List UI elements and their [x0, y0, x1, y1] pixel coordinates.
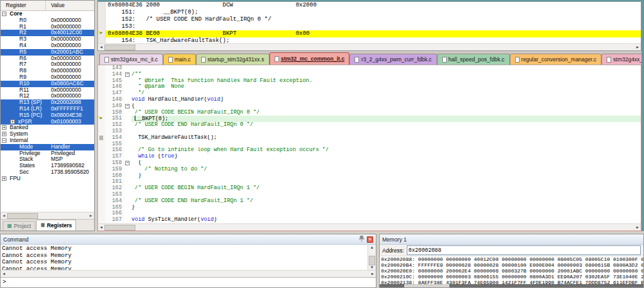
disassembly-line[interactable]: 154: TSK_HardwareFaultTask();	[98, 37, 641, 43]
register-row[interactable]: Sec1738.95905820	[1, 169, 94, 176]
scrollbar-thumb[interactable]	[7, 213, 38, 219]
command-vscrollbar[interactable]: ▲ ▼	[367, 245, 376, 270]
code-line[interactable]: ➤➤151 __BKPT(0);	[98, 116, 641, 122]
register-row[interactable]: R50x20001ABC	[1, 49, 94, 56]
scrollbar-thumb[interactable]	[369, 256, 375, 265]
scroll-right-arrow-icon[interactable]: ►	[89, 214, 93, 218]
memory-row[interactable]: 0x200020E0: 00000000 200002E4 00000006 0…	[381, 268, 643, 274]
code-line[interactable]: 162 /* USER CODE BEGIN HardFault_IRQn 1 …	[98, 185, 641, 192]
register-row[interactable]: R15 (PC)0x08004E38	[1, 112, 94, 119]
register-row[interactable]: +System	[1, 131, 94, 138]
scroll-right-arrow-icon[interactable]: ►	[636, 45, 639, 49]
disassembly-line[interactable]: 151: __BKPT(0);	[98, 9, 641, 16]
scrollbar-thumb[interactable]	[104, 225, 135, 231]
code-line[interactable]: 161	[98, 179, 641, 185]
memory-row[interactable]: 0x200020B4: FFFFFFE9 00000028 00000028 0…	[381, 262, 643, 268]
scroll-right-arrow-icon[interactable]: ►	[371, 272, 375, 276]
fold-collapse-icon[interactable]: −	[124, 72, 132, 78]
disassembly-line[interactable]: 152: /* USER CODE END HardFault_IRQn 0 *…	[98, 16, 641, 23]
register-row[interactable]: +Banked	[1, 125, 94, 131]
register-row[interactable]: −Internal	[1, 138, 94, 144]
code-line[interactable]: 147 */	[98, 90, 641, 97]
editor-tab[interactable]: stm32_mc_common_it.c	[269, 52, 350, 65]
code-line[interactable]: 154 TSK_HardwareFaultTask();	[98, 135, 641, 141]
registers-hscrollbar[interactable]: ◄ ►	[1, 212, 94, 219]
disassembly-hscrollbar[interactable]: ◄ ►	[98, 43, 641, 50]
register-row[interactable]: +FPU	[1, 176, 94, 182]
register-row[interactable]: R100x0800AC6C	[1, 81, 94, 87]
editor-tab[interactable]: regular_conversion_manager.c	[510, 54, 602, 65]
tree-expand-icon[interactable]: +	[2, 125, 6, 130]
scrollbar-thumb[interactable]	[404, 284, 449, 287]
code-line[interactable]: 167void SysTick_Handler(void)	[98, 217, 641, 223]
editor-tab[interactable]: main.c	[163, 54, 196, 65]
register-row[interactable]: ModeHandler	[1, 144, 94, 150]
register-row[interactable]: R60x00000000	[1, 56, 94, 62]
command-hscrollbar[interactable]: ◄ ►	[1, 270, 376, 277]
code-line[interactable]: 148void HardFault_Handler(void)	[98, 97, 641, 103]
register-row[interactable]: R13 (SP)0x20002088	[1, 99, 94, 106]
editor-tab[interactable]: hall_speed_pos_fdbk.c	[437, 54, 510, 65]
code-line[interactable]: 165}	[98, 205, 641, 211]
register-row[interactable]: R90x00000000	[1, 74, 94, 81]
editor-tab[interactable]: stm32g4xx_mc_it.c	[99, 54, 163, 65]
register-row[interactable]: R20x40012C00	[1, 30, 94, 36]
register-row[interactable]: R110x00000000	[1, 87, 94, 94]
close-icon[interactable]: ✕	[367, 236, 373, 243]
code-line[interactable]: 163	[98, 192, 641, 198]
code-line[interactable]: 143	[98, 65, 641, 72]
address-input[interactable]	[407, 245, 641, 255]
register-row[interactable]: R30x00000000	[1, 36, 94, 43]
fold-collapse-icon[interactable]: −	[124, 103, 132, 110]
code-line[interactable]: 164 /* USER CODE END HardFault_IRQn 1 */	[98, 198, 641, 205]
disassembly-line[interactable]: ➤➤0x08004E38 BE00 BKPT 0x00	[98, 30, 641, 37]
register-row[interactable]: R40x00000000	[1, 43, 94, 49]
register-row[interactable]: −Core	[1, 11, 94, 17]
editor-hscrollbar[interactable]: ◄ ►	[98, 223, 641, 231]
code-line[interactable]: 144−/**	[98, 72, 641, 78]
register-row[interactable]: +xPSR0x01000003	[1, 119, 94, 125]
code-line[interactable]: 158− {	[98, 160, 641, 167]
code-block-marker[interactable]	[98, 135, 105, 141]
disassembly-line[interactable]: 0x08004E36 2000 DCW 0x2000	[98, 2, 641, 9]
memory-row[interactable]: 0x20002138: 8AEFF38E 4301F3FA 74E65900 1…	[381, 280, 643, 284]
command-input[interactable]: >	[1, 277, 376, 287]
register-row[interactable]: R120x00000000	[1, 93, 94, 99]
register-row[interactable]: PrivilegePrivileged	[1, 150, 94, 157]
editor-tab[interactable]: stm32g4xx_hal_rcc.c	[601, 54, 641, 65]
scrollbar-thumb[interactable]	[104, 45, 135, 50]
scroll-down-arrow-icon[interactable]: ▼	[370, 265, 374, 269]
register-row[interactable]: R14 (LR)0xFFFFFFF1	[1, 106, 94, 112]
tree-expand-icon[interactable]: +	[2, 132, 6, 136]
register-row[interactable]: States17389590582	[1, 163, 94, 169]
register-row[interactable]: StackMSP	[1, 156, 94, 163]
register-row[interactable]: R70x00000000	[1, 61, 94, 68]
code-line[interactable]: 160 }	[98, 173, 641, 180]
code-line[interactable]: 159 /* Nothing to do */	[98, 167, 641, 173]
current-statement-marker[interactable]: ➤➤	[98, 116, 105, 122]
tab-registers[interactable]: ≣ Registers	[36, 220, 76, 231]
memory-hscrollbar[interactable]	[380, 284, 643, 287]
pin-icon[interactable]	[359, 236, 364, 243]
register-row[interactable]: R80x00000000	[1, 68, 94, 74]
code-line[interactable]: 145 * @brief This function handles Hard …	[98, 78, 641, 85]
tree-collapse-icon[interactable]: −	[2, 138, 6, 143]
fold-collapse-icon[interactable]: −	[124, 160, 132, 167]
scroll-left-arrow-icon[interactable]: ◄	[99, 225, 103, 229]
register-row[interactable]: R00x00000000	[1, 17, 94, 24]
tab-project[interactable]: ▦ Project	[3, 221, 35, 231]
scroll-left-arrow-icon[interactable]: ◄	[99, 45, 103, 49]
code-line[interactable]: 166	[98, 211, 641, 217]
code-line[interactable]: 155	[98, 141, 641, 148]
scroll-left-arrow-icon[interactable]: ◄	[2, 272, 6, 276]
scroll-right-arrow-icon[interactable]: ►	[636, 225, 639, 229]
code-line[interactable]: 149−{	[98, 103, 641, 110]
code-line[interactable]: 157 while (true)	[98, 154, 641, 160]
code-line[interactable]: 146 * @param None	[98, 84, 641, 90]
memory-row[interactable]: 0x2000210C: 00000000 00000003 08006155 0…	[381, 274, 643, 280]
scroll-left-arrow-icon[interactable]: ◄	[2, 214, 6, 218]
tree-expand-icon[interactable]: +	[2, 176, 6, 181]
code-line[interactable]: 156 /* Go to infinite loop when Hard Fau…	[98, 147, 641, 154]
scroll-up-arrow-icon[interactable]: ▲	[370, 245, 374, 249]
code-line[interactable]: 152 /* USER CODE END HardFault_IRQn 0 */	[98, 122, 641, 129]
